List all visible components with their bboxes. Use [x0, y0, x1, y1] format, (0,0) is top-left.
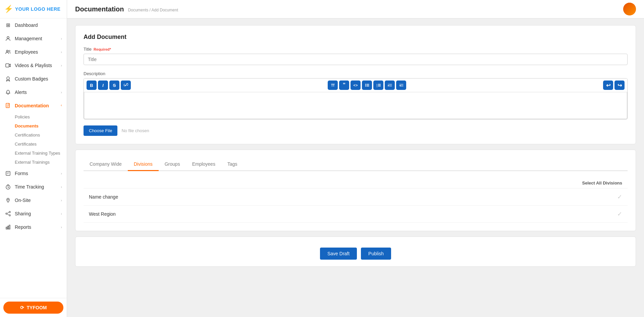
- check-icon-name-change[interactable]: ✓: [617, 193, 622, 201]
- toolbar-left-section: B I S: [87, 81, 131, 90]
- sidebar: ⚡ YOUR LOGO HERE ⊞ Dashboard Management …: [0, 0, 67, 317]
- toolbar-strikethrough-button[interactable]: S: [109, 81, 119, 90]
- toolbar-code-button[interactable]: <>: [351, 81, 361, 90]
- toolbar-mid-section: TT " <> 1.2.3.: [328, 81, 406, 90]
- file-chooser-row: Choose File No file chosen: [84, 125, 628, 136]
- submenu-certifications[interactable]: Certifications: [15, 130, 67, 140]
- save-draft-button[interactable]: Save Draft: [320, 248, 357, 260]
- tyfoom-spinner-icon: ⟳: [20, 305, 24, 310]
- avatar-image: [623, 3, 636, 15]
- sidebar-item-custom-badges[interactable]: Custom Badges: [0, 72, 67, 86]
- svg-rect-3: [6, 64, 9, 67]
- logo-bolt-icon: ⚡: [4, 5, 13, 13]
- reports-chevron-icon: ›: [61, 225, 62, 229]
- tab-divisions[interactable]: Divisions: [128, 158, 159, 171]
- sidebar-item-videos[interactable]: Videos & Playlists ›: [0, 59, 67, 72]
- sidebar-label-time-tracking: Time Tracking: [15, 184, 44, 190]
- sidebar-item-forms[interactable]: Forms ›: [0, 167, 67, 180]
- videos-chevron-icon: ›: [61, 63, 62, 67]
- topbar: Documentation Documents / Add Document: [67, 0, 644, 18]
- toolbar-link-button[interactable]: [121, 81, 131, 90]
- tyfoom-button[interactable]: ⟳ TYFOOM: [3, 302, 63, 314]
- toolbar-text-size-button[interactable]: TT: [328, 81, 338, 90]
- choose-file-button[interactable]: Choose File: [84, 125, 117, 136]
- sidebar-item-time-tracking[interactable]: Time Tracking ›: [0, 180, 67, 194]
- form-footer: Save Draft Publish: [84, 242, 628, 261]
- page-title: Documentation: [75, 5, 124, 13]
- breadcrumb: Documents / Add Document: [128, 8, 178, 12]
- section-title: Add Document: [84, 34, 628, 41]
- forms-chevron-icon: ›: [61, 171, 62, 175]
- sidebar-item-documentation[interactable]: Documentation ›: [0, 99, 67, 112]
- sidebar-item-management[interactable]: Management ›: [0, 32, 67, 45]
- submenu-certificates[interactable]: Certificates: [15, 140, 67, 149]
- toolbar-quote-button[interactable]: ": [339, 81, 349, 90]
- submenu-documents[interactable]: Documents: [15, 121, 67, 130]
- svg-point-9: [9, 211, 10, 213]
- sidebar-label-sharing: Sharing: [15, 211, 31, 216]
- reports-icon: [5, 224, 11, 230]
- documentation-submenu: Policies Documents Certifications Certif…: [0, 112, 67, 167]
- submenu-external-training-types[interactable]: External Training Types: [15, 149, 67, 158]
- submenu-external-trainings[interactable]: External Trainings: [15, 158, 67, 167]
- sidebar-item-sharing[interactable]: Sharing ›: [0, 207, 67, 220]
- sidebar-item-employees[interactable]: Employees ›: [0, 45, 67, 59]
- title-input[interactable]: [84, 54, 628, 65]
- check-icon-west-region[interactable]: ✓: [617, 210, 622, 218]
- svg-point-11: [9, 215, 10, 216]
- sidebar-label-management: Management: [15, 36, 42, 41]
- select-all-label[interactable]: Select All Divisions: [582, 180, 622, 186]
- sidebar-label-employees: Employees: [15, 49, 38, 55]
- dashboard-icon: ⊞: [5, 22, 11, 29]
- sidebar-label-videos: Videos & Playlists: [15, 63, 52, 68]
- time-tracking-icon: [5, 183, 11, 190]
- toolbar-redo-button[interactable]: ↪: [614, 81, 625, 90]
- publish-button[interactable]: Publish: [361, 248, 391, 260]
- sidebar-item-alerts[interactable]: Alerts ›: [0, 86, 67, 99]
- main-area: Documentation Documents / Add Document A…: [67, 0, 644, 317]
- title-field-group: Title Required*: [84, 47, 628, 65]
- employees-icon: [5, 49, 11, 55]
- description-editor[interactable]: [84, 92, 627, 119]
- sidebar-label-reports: Reports: [15, 224, 31, 230]
- svg-point-4: [7, 77, 9, 80]
- toolbar-indent-button[interactable]: [396, 81, 406, 90]
- svg-point-0: [7, 37, 9, 39]
- sidebar-item-reports[interactable]: Reports ›: [0, 220, 67, 234]
- toolbar-italic-button[interactable]: I: [98, 81, 108, 90]
- sidebar-item-on-site[interactable]: On-Site ›: [0, 194, 67, 207]
- toolbar-ol-button[interactable]: 1.2.3.: [373, 81, 383, 90]
- content-area: Add Document Title Required* Description…: [67, 18, 644, 317]
- svg-point-1: [6, 50, 8, 52]
- sidebar-label-forms: Forms: [15, 171, 28, 176]
- toolbar-undo-button[interactable]: ↩: [603, 81, 613, 90]
- required-badge: Required*: [94, 47, 111, 51]
- svg-text:3.: 3.: [376, 86, 377, 88]
- sidebar-item-dashboard[interactable]: ⊞ Dashboard: [0, 18, 67, 32]
- toolbar-bold-button[interactable]: B: [87, 81, 97, 90]
- tabs-card: Company Wide Divisions Groups Employees …: [75, 150, 636, 231]
- badges-icon: [5, 75, 11, 82]
- svg-rect-6: [6, 171, 10, 175]
- employees-chevron-icon: ›: [61, 50, 62, 54]
- sidebar-logo[interactable]: ⚡ YOUR LOGO HERE: [0, 0, 67, 18]
- toolbar-outdent-button[interactable]: [385, 81, 395, 90]
- on-site-icon: [5, 197, 11, 204]
- sidebar-scroll: ⊞ Dashboard Management › Employees ›: [0, 18, 67, 298]
- tab-tags[interactable]: Tags: [221, 158, 244, 171]
- toolbar-ul-button[interactable]: [362, 81, 372, 90]
- tab-groups[interactable]: Groups: [159, 158, 186, 171]
- avatar[interactable]: [623, 3, 636, 15]
- time-tracking-chevron-icon: ›: [61, 185, 62, 189]
- svg-point-8: [8, 199, 9, 200]
- tab-employees[interactable]: Employees: [186, 158, 221, 171]
- tabs-bar: Company Wide Divisions Groups Employees …: [84, 158, 628, 171]
- tab-company-wide[interactable]: Company Wide: [84, 158, 128, 171]
- sidebar-label-dashboard: Dashboard: [15, 22, 38, 28]
- submenu-policies[interactable]: Policies: [15, 112, 67, 121]
- sharing-chevron-icon: ›: [61, 212, 62, 216]
- description-label: Description: [84, 71, 628, 76]
- editor-wrapper: B I S TT " <>: [84, 78, 628, 119]
- select-all-row: Select All Divisions: [84, 178, 628, 188]
- sidebar-label-on-site: On-Site: [15, 198, 31, 203]
